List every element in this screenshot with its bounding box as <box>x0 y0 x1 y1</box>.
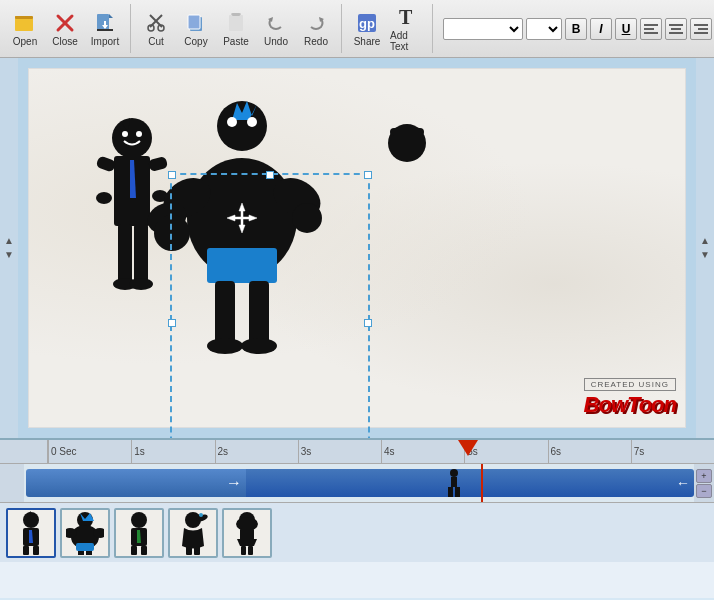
thumbnail-4[interactable] <box>168 508 218 558</box>
svg-rect-95 <box>194 546 200 555</box>
svg-point-64 <box>247 117 257 127</box>
time-6: 6s <box>548 440 631 463</box>
format-bar: B I U <box>443 18 714 40</box>
bold-button[interactable]: B <box>565 18 587 40</box>
share-button[interactable]: gp Share <box>348 6 386 52</box>
svg-rect-89 <box>131 546 137 555</box>
open-label: Open <box>13 36 37 47</box>
watermark-brand: BowToon <box>584 392 676 418</box>
svg-point-57 <box>154 215 190 251</box>
track-fill-left[interactable]: → <box>26 469 246 497</box>
svg-rect-59 <box>215 281 235 346</box>
scroll-up-arrow[interactable]: ▲ <box>4 236 14 246</box>
svg-rect-18 <box>232 13 240 16</box>
scroll-down-arrow[interactable]: ▼ <box>4 250 14 260</box>
svg-rect-77 <box>33 546 39 555</box>
track-minus-button[interactable]: − <box>696 484 712 498</box>
cut-button[interactable]: Cut <box>137 6 175 52</box>
copy-label: Copy <box>184 36 207 47</box>
svg-point-49 <box>136 131 142 137</box>
character-businessman-center <box>388 124 426 162</box>
time-7: 7s <box>631 440 714 463</box>
close-icon <box>53 11 77 35</box>
paste-label: Paste <box>223 36 249 47</box>
undo-button[interactable]: Undo <box>257 6 295 52</box>
underline-button[interactable]: U <box>615 18 637 40</box>
addtext-label: Add Text <box>390 30 424 52</box>
character-muscleman <box>143 101 328 354</box>
svg-point-68 <box>450 469 458 477</box>
open-button[interactable]: Open <box>6 6 44 52</box>
track-plus-button[interactable]: + <box>696 469 712 483</box>
svg-rect-40 <box>95 155 116 172</box>
svg-rect-1 <box>15 18 33 31</box>
svg-point-47 <box>129 278 153 290</box>
svg-rect-41 <box>148 156 168 172</box>
time-4: 4s <box>381 440 464 463</box>
right-scroll-down[interactable]: ▼ <box>700 250 710 260</box>
svg-rect-99 <box>241 546 246 555</box>
file-tools: Open Close Import <box>6 4 131 53</box>
left-scroll-panel: ▲ ▼ <box>0 58 18 438</box>
thumbnail-2[interactable] <box>60 508 110 558</box>
align-right-button[interactable] <box>690 18 712 40</box>
right-scroll-panel: ▲ ▼ <box>696 58 714 438</box>
addtext-button[interactable]: T Add Text <box>388 6 426 52</box>
thumbnail-5[interactable] <box>222 508 272 558</box>
svg-rect-85 <box>86 551 92 555</box>
track-controls-right: + − <box>694 464 714 502</box>
thumbnail-3[interactable] <box>114 508 164 558</box>
svg-rect-84 <box>78 551 84 555</box>
import-label: Import <box>91 36 119 47</box>
timeline: 0 Sec 1s 2s 3s 4s 5s 6s 7s → ← <box>0 438 714 598</box>
close-button[interactable]: Close <box>46 6 84 52</box>
import-button[interactable]: Import <box>86 6 124 52</box>
redo-button[interactable]: Redo <box>297 6 335 52</box>
share-icon: gp <box>355 11 379 35</box>
track-fill-right[interactable]: ← <box>246 469 694 497</box>
svg-rect-44 <box>118 224 132 284</box>
svg-point-93 <box>199 513 203 517</box>
cut-icon <box>144 11 168 35</box>
cut-label: Cut <box>148 36 164 47</box>
copy-button[interactable]: Copy <box>177 6 215 52</box>
thumbnail-1[interactable] <box>6 508 56 558</box>
time-5: 5s <box>464 440 547 463</box>
time-3: 3s <box>298 440 381 463</box>
italic-button[interactable]: I <box>590 18 612 40</box>
canvas-frame[interactable]: CREATED USING BowToon <box>18 58 696 438</box>
time-1: 1s <box>131 440 214 463</box>
canvas-area: ▲ ▼ <box>0 58 714 438</box>
svg-rect-76 <box>23 546 29 555</box>
track-left-arrow: ← <box>676 475 690 491</box>
timeline-figure <box>444 468 464 501</box>
open-icon <box>13 11 37 35</box>
watermark: CREATED USING BowToon <box>584 378 676 418</box>
svg-rect-45 <box>134 224 148 284</box>
align-left-button[interactable] <box>640 18 662 40</box>
right-scroll-up[interactable]: ▲ <box>700 236 710 246</box>
paste-button[interactable]: Paste <box>217 6 255 52</box>
svg-point-72 <box>23 512 39 528</box>
svg-marker-6 <box>109 14 113 18</box>
svg-rect-100 <box>248 546 253 555</box>
svg-rect-69 <box>451 477 457 487</box>
copy-icon <box>184 11 208 35</box>
redo-label: Redo <box>304 36 328 47</box>
font-select[interactable] <box>443 18 523 40</box>
svg-rect-94 <box>186 546 192 555</box>
share-tools: gp Share T Add Text <box>348 4 433 53</box>
svg-rect-67 <box>390 128 424 136</box>
svg-point-50 <box>217 101 267 151</box>
svg-rect-70 <box>448 487 453 497</box>
track-left-pad <box>0 464 24 502</box>
font-size-select[interactable] <box>526 18 562 40</box>
svg-rect-81 <box>76 543 94 551</box>
timeline-track[interactable]: → ← + − <box>0 464 714 502</box>
svg-point-48 <box>122 131 128 137</box>
align-center-button[interactable] <box>665 18 687 40</box>
svg-point-63 <box>227 117 237 127</box>
thumbnail-strip <box>0 502 714 562</box>
time-2: 2s <box>215 440 298 463</box>
undo-icon <box>264 11 288 35</box>
